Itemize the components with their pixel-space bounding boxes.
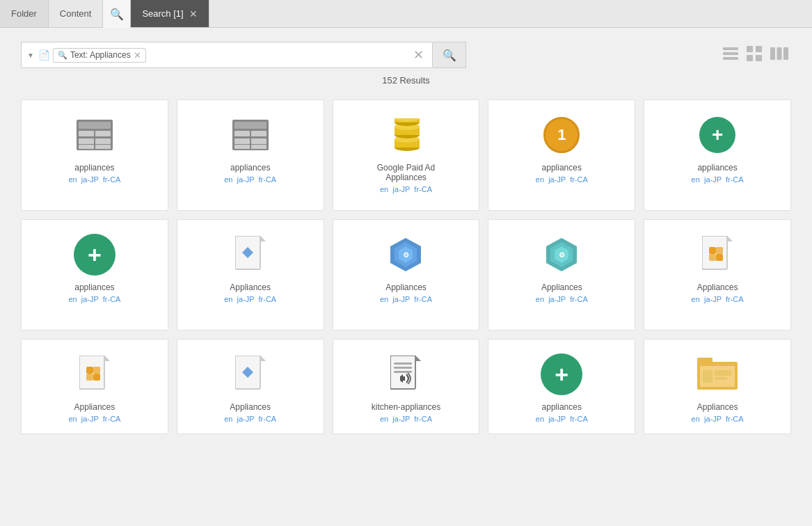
item-card-1[interactable]: appliances en ja-JP fr-CA bbox=[21, 99, 168, 211]
item-name-14: appliances bbox=[542, 402, 582, 412]
search-input[interactable] bbox=[146, 50, 409, 61]
item-icon-10 bbox=[696, 234, 738, 276]
item-langs-6: en ja-JP fr-CA bbox=[68, 295, 120, 303]
item-card-3[interactable]: Google Paid Ad Appliances en ja-JP fr-CA bbox=[333, 99, 480, 211]
grid-view-button[interactable] bbox=[744, 43, 765, 67]
item-langs-4: en ja-JP fr-CA bbox=[536, 175, 588, 184]
filter-dropdown-arrow[interactable]: ▼ bbox=[26, 50, 35, 61]
svg-text:⚙: ⚙ bbox=[559, 251, 565, 259]
document-icon: 📄 bbox=[38, 49, 50, 61]
item-langs-12: en ja-JP fr-CA bbox=[224, 415, 276, 423]
item-name-4: appliances bbox=[542, 163, 582, 173]
svg-rect-14 bbox=[79, 138, 94, 144]
doc-puzzle-sm-icon bbox=[79, 356, 110, 393]
svg-rect-1 bbox=[723, 52, 738, 55]
item-icon-15 bbox=[696, 353, 738, 395]
green-plus-large-icon: + bbox=[74, 234, 116, 276]
item-card-2[interactable]: appliances en ja-JP fr-CA bbox=[177, 99, 324, 211]
doc-puzzle-icon bbox=[702, 236, 733, 273]
tab-content-label: Content bbox=[60, 8, 92, 19]
tab-folder[interactable]: Folder bbox=[0, 0, 49, 27]
svg-marker-63 bbox=[260, 356, 266, 361]
item-icon-12 bbox=[230, 353, 271, 395]
svg-rect-6 bbox=[756, 55, 762, 61]
item-icon-3 bbox=[385, 114, 427, 156]
doc-speaker-icon bbox=[390, 356, 421, 393]
item-card-12[interactable]: Appliances en ja-JP fr-CA bbox=[177, 339, 324, 434]
svg-rect-52 bbox=[709, 254, 716, 261]
close-tab-icon[interactable]: ✕ bbox=[189, 8, 198, 19]
svg-rect-22 bbox=[234, 138, 250, 144]
svg-rect-72 bbox=[403, 376, 405, 381]
svg-rect-50 bbox=[709, 247, 716, 254]
item-name-6: appliances bbox=[74, 282, 114, 292]
svg-rect-8 bbox=[777, 47, 782, 60]
item-name-12: Appliances bbox=[230, 402, 271, 412]
columns-view-button[interactable] bbox=[767, 43, 791, 67]
gray-table-icon-2 bbox=[232, 120, 269, 150]
svg-marker-49 bbox=[727, 236, 733, 241]
svg-rect-24 bbox=[234, 145, 250, 149]
list-view-icon bbox=[723, 47, 738, 60]
svg-rect-4 bbox=[756, 46, 762, 52]
svg-rect-68 bbox=[394, 362, 412, 365]
tag-remove-icon[interactable]: ✕ bbox=[134, 50, 141, 61]
svg-marker-67 bbox=[415, 356, 421, 361]
item-langs-7: en ja-JP fr-CA bbox=[224, 295, 276, 303]
svg-rect-16 bbox=[79, 145, 94, 149]
item-card-13[interactable]: kitchen-appliances en ja-JP fr-CA bbox=[333, 339, 480, 434]
item-langs-5: en ja-JP fr-CA bbox=[692, 175, 744, 184]
green-plus-lg2-icon: + bbox=[541, 353, 582, 395]
item-icon-1 bbox=[74, 114, 116, 156]
svg-rect-78 bbox=[715, 377, 727, 380]
tab-content[interactable]: Content bbox=[49, 0, 104, 27]
search-area: ▼ 📄 🔍 Text: Appliances ✕ ✕ 🔍 bbox=[21, 42, 791, 68]
item-name-10: Appliances bbox=[697, 282, 738, 292]
svg-rect-58 bbox=[93, 367, 100, 374]
svg-rect-0 bbox=[723, 47, 738, 50]
teal-hex-icon: ⚙ bbox=[542, 235, 581, 274]
svg-rect-5 bbox=[747, 55, 753, 61]
tab-search[interactable]: Search [1] ✕ bbox=[131, 0, 209, 27]
item-card-5[interactable]: + appliances en ja-JP fr-CA bbox=[644, 99, 791, 211]
item-card-11[interactable]: Appliances en ja-JP fr-CA bbox=[21, 339, 168, 434]
item-icon-4: 1 bbox=[541, 114, 582, 156]
svg-rect-69 bbox=[394, 367, 412, 369]
svg-rect-77 bbox=[715, 370, 731, 376]
svg-rect-9 bbox=[783, 47, 788, 60]
item-card-9[interactable]: ⚙ Appliances en ja-JP fr-CA bbox=[488, 219, 635, 330]
item-name-15: Appliances bbox=[697, 402, 738, 412]
item-card-6[interactable]: + appliances en ja-JP fr-CA bbox=[21, 219, 168, 330]
list-view-button[interactable] bbox=[720, 43, 741, 67]
svg-rect-7 bbox=[770, 47, 775, 60]
item-card-7[interactable]: Appliances en ja-JP fr-CA bbox=[177, 219, 324, 330]
grid-view-icon bbox=[747, 46, 762, 61]
item-icon-9: ⚙ bbox=[541, 234, 582, 276]
item-card-8[interactable]: ⚙ Appliances en ja-JP fr-CA bbox=[333, 219, 480, 330]
main-content: ▼ 📄 🔍 Text: Appliances ✕ ✕ 🔍 bbox=[0, 28, 812, 456]
item-card-10[interactable]: Appliances en ja-JP fr-CA bbox=[644, 219, 791, 330]
item-name-13: kitchen-appliances bbox=[372, 402, 440, 412]
doc-diamond-icon bbox=[235, 236, 266, 273]
search-icon-button[interactable]: 🔍 bbox=[103, 0, 131, 28]
svg-marker-37 bbox=[260, 236, 266, 241]
svg-rect-3 bbox=[747, 46, 753, 52]
view-toggle bbox=[720, 43, 791, 67]
svg-rect-74 bbox=[697, 358, 713, 365]
item-langs-8: en ja-JP fr-CA bbox=[380, 295, 432, 303]
item-langs-15: en ja-JP fr-CA bbox=[692, 415, 744, 423]
top-navigation: Folder Content 🔍 Search [1] ✕ bbox=[0, 0, 812, 28]
item-name-2: appliances bbox=[230, 163, 270, 173]
item-name-5: appliances bbox=[697, 163, 737, 173]
execute-search-button[interactable]: 🔍 bbox=[433, 42, 466, 68]
item-langs-9: en ja-JP fr-CA bbox=[536, 295, 588, 303]
items-grid-row-1: appliances en ja-JP fr-CA applianc bbox=[21, 99, 791, 211]
svg-rect-20 bbox=[234, 131, 250, 136]
clear-search-button[interactable]: ✕ bbox=[409, 47, 428, 63]
item-icon-5: + bbox=[696, 114, 738, 156]
item-card-15[interactable]: Appliances en ja-JP fr-CA bbox=[644, 339, 791, 434]
tag-text: Text: Appliances bbox=[70, 50, 131, 60]
item-card-4[interactable]: 1 appliances en ja-JP fr-CA bbox=[488, 99, 635, 211]
item-langs-14: en ja-JP fr-CA bbox=[536, 415, 588, 423]
item-card-14[interactable]: + appliances en ja-JP fr-CA bbox=[488, 339, 635, 434]
